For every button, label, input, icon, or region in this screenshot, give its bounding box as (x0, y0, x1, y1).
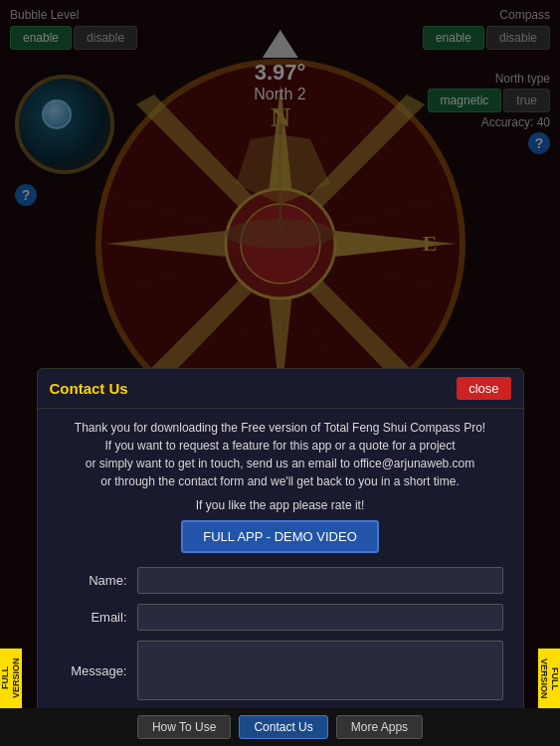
rate-app-text: If you like the app please rate it! (58, 498, 503, 512)
more-apps-button[interactable]: More Apps (336, 715, 423, 739)
modal-header: Contact Us close (38, 369, 523, 409)
full-version-left-banner[interactable]: FULL VERSION (0, 649, 22, 708)
email-input[interactable] (137, 604, 503, 631)
modal-body: Thank you for downloading the Free versi… (38, 409, 523, 746)
name-input[interactable] (137, 567, 503, 594)
modal-body-text: Thank you for downloading the Free versi… (58, 419, 503, 490)
message-label: Message: (58, 663, 127, 678)
email-label: Email: (58, 610, 127, 625)
name-field-row: Name: (58, 567, 503, 594)
full-version-right-banner[interactable]: FULL VERSION (538, 649, 560, 708)
contact-us-button[interactable]: Contact Us (239, 715, 327, 739)
demo-video-button[interactable]: FULL APP - DEMO VIDEO (181, 520, 379, 553)
modal-title: Contact Us (50, 380, 128, 397)
email-field-row: Email: (58, 604, 503, 631)
bottom-navigation: How To Use Contact Us More Apps (0, 708, 560, 746)
contact-modal: Contact Us close Thank you for downloadi… (37, 368, 524, 746)
name-label: Name: (58, 573, 127, 588)
modal-close-button[interactable]: close (457, 377, 510, 400)
how-to-use-button[interactable]: How To Use (137, 715, 231, 739)
message-input[interactable] (137, 641, 503, 700)
message-field-row: Message: (58, 641, 503, 700)
